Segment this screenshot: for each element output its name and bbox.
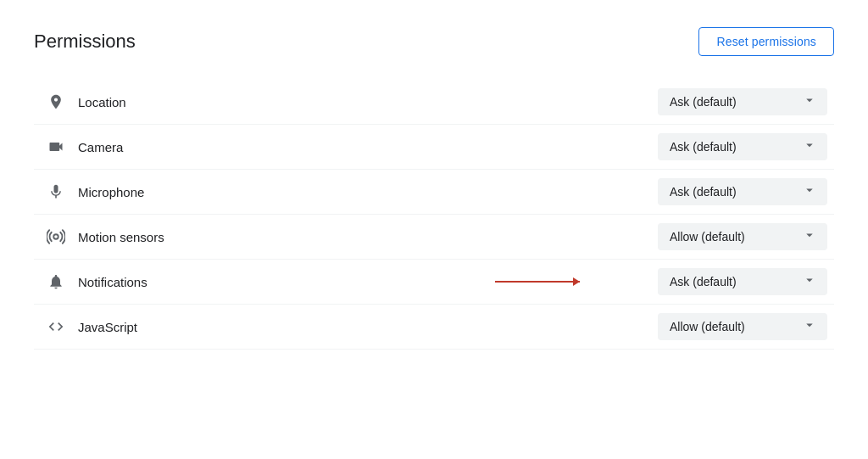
select-wrapper-motion-sensors: Allow (default)AskBlock	[658, 223, 827, 250]
select-wrapper-location: Ask (default)AllowBlock	[658, 88, 827, 115]
reset-permissions-button[interactable]: Reset permissions	[698, 27, 834, 56]
select-wrapper-microphone: Ask (default)AllowBlock	[658, 178, 827, 205]
permissions-list: LocationAsk (default)AllowBlockCameraAsk…	[34, 80, 834, 350]
page-title: Permissions	[34, 31, 136, 53]
svg-point-0	[53, 234, 58, 239]
permission-label-camera: Camera	[78, 140, 658, 154]
notifications-icon	[41, 273, 71, 290]
motion-sensors-icon	[41, 227, 71, 246]
microphone-icon	[41, 183, 71, 200]
permission-select-location[interactable]: Ask (default)AllowBlock	[658, 88, 827, 115]
permission-select-microphone[interactable]: Ask (default)AllowBlock	[658, 178, 827, 205]
permission-row-notifications: NotificationsAsk (default)AllowBlock	[34, 260, 834, 305]
permission-select-javascript[interactable]: Allow (default)AskBlock	[658, 313, 827, 340]
permission-row-motion-sensors: Motion sensorsAllow (default)AskBlock	[34, 215, 834, 260]
permission-row-microphone: MicrophoneAsk (default)AllowBlock	[34, 170, 834, 215]
permission-select-camera[interactable]: Ask (default)AllowBlock	[658, 133, 827, 160]
permission-select-notifications[interactable]: Ask (default)AllowBlock	[658, 268, 827, 295]
location-icon	[41, 93, 71, 110]
select-wrapper-notifications: Ask (default)AllowBlock	[658, 268, 827, 295]
arrow-annotation	[495, 281, 580, 283]
permission-row-location: LocationAsk (default)AllowBlock	[34, 80, 834, 125]
permission-row-camera: CameraAsk (default)AllowBlock	[34, 125, 834, 170]
permission-label-location: Location	[78, 95, 658, 109]
permission-label-microphone: Microphone	[78, 185, 658, 199]
permission-row-javascript: JavaScriptAllow (default)AskBlock	[34, 305, 834, 350]
permission-label-motion-sensors: Motion sensors	[78, 230, 658, 244]
permission-select-motion-sensors[interactable]: Allow (default)AskBlock	[658, 223, 827, 250]
permission-label-javascript: JavaScript	[78, 320, 658, 334]
javascript-icon	[41, 318, 71, 335]
select-wrapper-camera: Ask (default)AllowBlock	[658, 133, 827, 160]
select-wrapper-javascript: Allow (default)AskBlock	[658, 313, 827, 340]
camera-icon	[41, 138, 71, 155]
